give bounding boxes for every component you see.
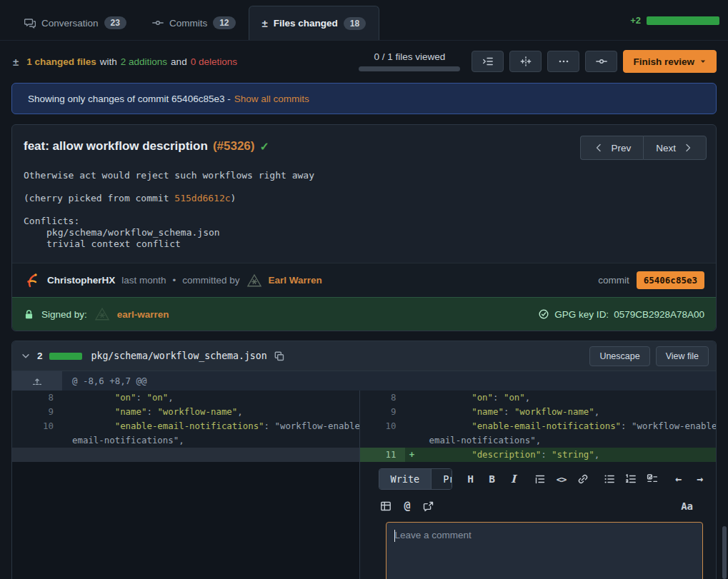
expand-up-icon[interactable] xyxy=(12,371,62,391)
heading-icon[interactable]: H xyxy=(464,473,477,485)
diff-line-number-new[interactable]: 11 xyxy=(359,448,405,462)
file-tree-icon xyxy=(482,56,494,67)
lock-icon xyxy=(24,309,34,320)
additions-count: +2 xyxy=(630,15,641,26)
diff-line-number-new[interactable]: 8 xyxy=(359,391,405,405)
summary-text: with xyxy=(100,56,117,67)
gpg-signed-row: Signed by: earl-warren GPG key ID: 0579C… xyxy=(12,297,716,331)
view-file-button[interactable]: View file xyxy=(656,346,709,366)
scrollbar-thumb[interactable] xyxy=(722,526,727,579)
files-viewed-bar xyxy=(359,66,460,71)
author-name-link[interactable]: ChristopherHX xyxy=(47,275,115,286)
whitespace-diff-button[interactable] xyxy=(509,51,542,72)
arrow-right-icon[interactable]: → xyxy=(694,473,706,485)
diff-stat-summary: +2 xyxy=(630,15,719,26)
verified-icon xyxy=(538,308,549,320)
diff-line-number-old[interactable] xyxy=(12,433,62,448)
diff-stat-bar xyxy=(647,16,719,25)
diff-code-old: "on": "on", xyxy=(62,391,359,405)
file-diff-stat-bar xyxy=(49,353,82,360)
prev-commit-button[interactable]: Prev xyxy=(580,136,643,160)
write-tab[interactable]: Write xyxy=(379,469,432,489)
cherry-pick-sha-link[interactable]: 515dd6612c xyxy=(174,193,230,203)
author-avatar[interactable] xyxy=(24,272,41,289)
diff-code-old: "enable-email-notifications": "workflow-… xyxy=(62,419,359,433)
changed-files-link[interactable]: 1 changed files xyxy=(26,56,96,67)
diff-line-sign xyxy=(405,405,419,419)
signer-avatar[interactable] xyxy=(94,306,110,322)
commit-icon xyxy=(596,56,607,67)
chevron-right-icon xyxy=(682,142,694,153)
commit-header: feat: allow workflow description (#5326)… xyxy=(12,125,716,164)
arrow-left-icon[interactable]: ← xyxy=(672,473,684,485)
unordered-list-icon[interactable] xyxy=(603,473,615,485)
finish-review-button[interactable]: Finish review xyxy=(623,50,717,73)
cherry-pick-text: (cherry picked from commit xyxy=(24,193,174,203)
signer-name-link[interactable]: earl-warren xyxy=(117,309,169,320)
italic-icon[interactable]: I xyxy=(507,473,519,485)
committer-avatar[interactable] xyxy=(246,273,262,288)
diff-code-old: "name": "workflow-name", xyxy=(62,405,359,419)
hunk-header: @ -8,6 +8,7 @@ xyxy=(62,371,716,391)
diff-line-sign xyxy=(405,391,419,405)
chevron-down-icon[interactable] xyxy=(21,351,31,361)
commit-message: Otherwise act would reject such workflow… xyxy=(12,164,716,263)
gpg-key-group: GPG key ID: 0579CB2928A78A00 xyxy=(538,308,704,320)
diff-line-number-new[interactable]: 9 xyxy=(359,405,405,419)
code-icon[interactable]: <> xyxy=(555,473,567,485)
pr-tab-bar: Conversation 23 Commits 12 ± Files chang… xyxy=(0,0,728,41)
comment-textarea[interactable] xyxy=(386,522,703,579)
tab-conversation[interactable]: Conversation 23 xyxy=(11,6,139,40)
separator-dot: • xyxy=(173,275,176,286)
preview-tab[interactable]: Preview xyxy=(431,469,452,489)
commit-message-line: (cherry picked from commit 515dd6612c) xyxy=(24,193,704,204)
conflicts-header: Conflicts: xyxy=(24,216,704,227)
reference-icon[interactable] xyxy=(423,500,435,513)
files-viewed-label: 0 / 1 files viewed xyxy=(359,51,460,62)
table-icon[interactable] xyxy=(380,500,392,513)
file-name[interactable]: pkg/schema/workflow_schema.json xyxy=(91,351,267,361)
commit-select-button[interactable] xyxy=(585,51,617,72)
tab-commits[interactable]: Commits 12 xyxy=(139,6,249,40)
commits-count-badge: 12 xyxy=(213,16,235,29)
mention-icon[interactable]: @ xyxy=(402,500,414,513)
text-size-toggle[interactable]: Aa xyxy=(681,500,693,512)
diff-line-number-old[interactable]: 9 xyxy=(12,405,62,419)
diff-summary-row: ± 1 changed files with 2 additions and 0… xyxy=(0,41,728,81)
show-all-commits-link[interactable]: Show all commits xyxy=(234,94,309,104)
diff-line-sign xyxy=(405,419,419,433)
diff-line-number-new[interactable]: 10 xyxy=(359,419,405,433)
task-list-icon[interactable] xyxy=(646,473,658,485)
diff-line-number-old[interactable]: 10 xyxy=(12,419,62,433)
next-commit-button[interactable]: Next xyxy=(643,136,707,160)
diff-line-number-new[interactable] xyxy=(359,433,405,448)
prev-label: Prev xyxy=(611,143,631,153)
tab-commits-label: Commits xyxy=(169,18,207,29)
diff-line-sign: + xyxy=(405,448,419,462)
pr-number-link[interactable]: (#5326) xyxy=(213,139,255,153)
unescape-button[interactable]: Unescape xyxy=(589,346,649,366)
commit-sha-badge[interactable]: 65406c85e3 xyxy=(637,271,704,289)
diff-line-number-old[interactable]: 8 xyxy=(12,391,62,405)
commit-time: last month xyxy=(121,275,166,286)
copy-icon[interactable] xyxy=(274,351,285,362)
ordered-list-icon[interactable] xyxy=(624,473,637,485)
conversation-count-badge: 23 xyxy=(104,16,126,29)
diff-options-button[interactable] xyxy=(547,51,579,72)
diff-empty-side xyxy=(12,462,359,579)
formatting-toolbar: HBI<>←→ xyxy=(464,473,706,485)
finish-review-label: Finish review xyxy=(633,56,694,67)
bold-icon[interactable]: B xyxy=(486,473,498,485)
diff-split-view: @ -8,6 +8,7 @@8 "on": "on",8 "on": "on",… xyxy=(12,371,716,579)
gpg-key-label: GPG key ID: xyxy=(554,309,609,320)
commit-author-row: ChristopherHX last month • committed by … xyxy=(12,263,716,297)
caret-down-icon xyxy=(699,58,707,65)
file-tree-toggle-button[interactable] xyxy=(472,51,504,72)
deletions-text: 0 deletions xyxy=(191,56,237,67)
committer-name-link[interactable]: Earl Warren xyxy=(269,275,322,286)
diff-line-sign xyxy=(405,433,419,448)
quote-icon[interactable] xyxy=(534,473,546,485)
link-icon[interactable] xyxy=(577,473,589,485)
editor-mode-tabs: Write Preview xyxy=(379,468,453,490)
tab-files-changed[interactable]: ± Files changed 18 xyxy=(249,6,380,40)
